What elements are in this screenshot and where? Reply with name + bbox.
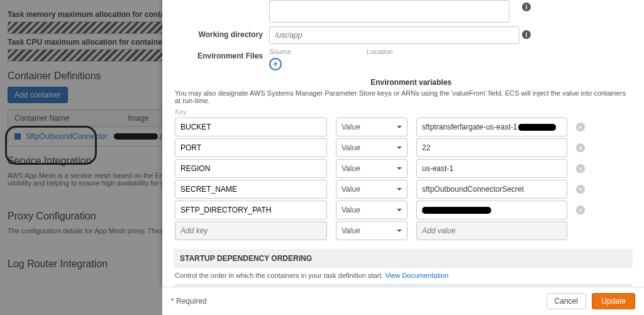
startup-section-desc: Control the order in which the container…: [175, 272, 631, 279]
env-type-dropdown[interactable]: Value: [336, 180, 408, 199]
env-value-input[interactable]: sftptransferfargate-us-east-1: [416, 118, 567, 136]
remove-env-var-button[interactable]: ✕: [576, 206, 585, 214]
env-files-label: Environment Files: [175, 48, 269, 60]
env-key-input[interactable]: [175, 201, 327, 219]
info-icon[interactable]: i: [522, 3, 531, 11]
update-button[interactable]: Update: [592, 293, 635, 309]
env-var-row: ValuesftpOutboundConnectorSecret✕: [175, 180, 631, 199]
env-files-location-col: Location: [367, 48, 393, 55]
startup-section-header: STARTUP DEPENDENCY ORDERING: [174, 249, 633, 268]
env-vars-help: You may also designate AWS Systems Manag…: [175, 89, 631, 104]
env-key-input[interactable]: [175, 159, 327, 178]
working-dir-label: Working directory: [175, 26, 269, 39]
env-value-input[interactable]: 22: [416, 138, 567, 157]
modal-footer: * Required Cancel Update: [162, 287, 644, 315]
remove-env-var-button[interactable]: ✕: [576, 123, 585, 131]
chevron-down-icon: [397, 188, 402, 193]
remove-env-var-button[interactable]: ✕: [576, 185, 585, 194]
env-var-row: Value22✕: [175, 138, 631, 157]
chevron-down-icon: [397, 209, 402, 214]
env-value-input[interactable]: us-east-1: [416, 159, 567, 178]
info-icon[interactable]: i: [522, 30, 531, 39]
add-env-file-button[interactable]: +: [269, 58, 282, 70]
env-files-source-col: Source: [269, 48, 291, 55]
env-value-input[interactable]: sftpOutboundConnectorSecret: [416, 180, 567, 199]
chevron-down-icon: [397, 126, 402, 131]
env-type-dropdown[interactable]: Value: [336, 201, 408, 219]
chevron-down-icon: [397, 167, 402, 172]
env-type-dropdown[interactable]: Value: [336, 159, 408, 178]
command-textarea[interactable]: [269, 0, 509, 23]
edit-container-modal: i Working directory i Environment Files …: [162, 0, 644, 287]
env-key-input[interactable]: [175, 138, 327, 157]
env-var-row: Valueus-east-1✕: [175, 159, 631, 178]
env-vars-label: Environment variables: [175, 78, 458, 87]
chevron-down-icon: [397, 146, 402, 152]
env-var-row: Value✕: [175, 201, 631, 219]
remove-env-var-button[interactable]: ✕: [576, 164, 585, 173]
env-type-dropdown[interactable]: Value: [336, 118, 408, 136]
env-var-row: Valuesftptransferfargate-us-east-1✕: [175, 118, 631, 136]
remove-env-var-button[interactable]: ✕: [576, 143, 585, 152]
env-add-key-input[interactable]: [175, 221, 327, 240]
env-key-input[interactable]: [175, 180, 327, 199]
cancel-button[interactable]: Cancel: [547, 293, 586, 309]
required-note: * Required: [171, 297, 207, 306]
view-documentation-link[interactable]: View Documentation: [385, 272, 448, 279]
env-key-input[interactable]: [175, 118, 327, 136]
env-vars-key-header: Key: [175, 108, 631, 116]
field-label: [175, 0, 269, 4]
env-value-input[interactable]: [416, 201, 567, 219]
env-type-dropdown[interactable]: Value: [336, 138, 408, 157]
env-add-type-dropdown[interactable]: Value: [336, 221, 408, 240]
env-add-value-input[interactable]: [416, 221, 567, 240]
chevron-down-icon: [397, 229, 402, 235]
working-dir-input[interactable]: [269, 26, 519, 44]
